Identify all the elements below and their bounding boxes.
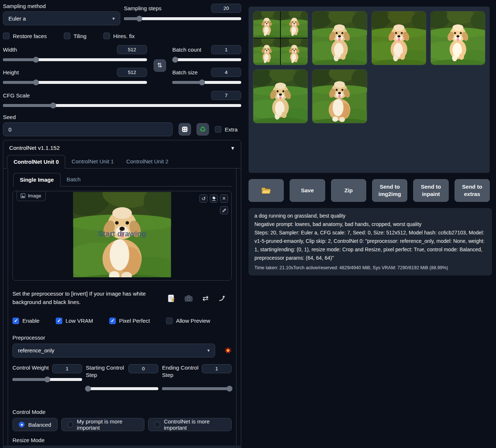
gallery-thumbnail[interactable] (253, 69, 308, 123)
control-weight-slider[interactable] (12, 376, 82, 383)
ending-control-step-slider[interactable] (162, 385, 232, 392)
control-mode-balanced[interactable]: Balanced (12, 418, 58, 431)
cfg-slider[interactable] (3, 102, 241, 109)
controlnet-reference-image[interactable]: Start drawing (73, 192, 171, 277)
clear-image-icon[interactable] (220, 195, 228, 203)
radio-icon[interactable] (154, 422, 160, 427)
tab-controlnet-unit-0[interactable]: ControlNet Unit 0 (7, 155, 65, 169)
ending-control-step-input[interactable]: 1 (202, 364, 232, 373)
zip-button[interactable]: Zip (331, 179, 366, 202)
enable-label: Enable (22, 318, 40, 324)
eraser-icon[interactable] (210, 195, 218, 203)
hires-fix-box[interactable] (103, 33, 110, 39)
tab-controlnet-unit-1[interactable]: ControlNet Unit 1 (65, 155, 120, 168)
restore-faces-checkbox[interactable]: Restore faces (3, 33, 47, 39)
enable-checkbox[interactable]: Enable (12, 318, 40, 324)
batch-count-slider[interactable] (172, 56, 241, 63)
webcam-icon[interactable] (185, 295, 192, 301)
gallery-thumbnail-grid[interactable] (253, 11, 308, 65)
sd-webui-txt2img-page: { "colors": { "page_bg": "#0b0f19", "acc… (0, 0, 496, 448)
starting-control-step-input[interactable]: 0 (128, 364, 158, 373)
preprocessor-value: reference_only (18, 347, 54, 353)
cfg-input[interactable]: 7 (211, 91, 241, 100)
height-slider[interactable] (3, 79, 147, 86)
control-weight-input[interactable]: 1 (52, 364, 82, 373)
cfg-label: CFG Scale (3, 92, 30, 99)
starting-control-step-slider[interactable] (86, 385, 158, 392)
brush-icon[interactable] (220, 206, 228, 214)
pixel-perfect-checkbox[interactable]: Pixel Perfect (109, 318, 150, 324)
control-mode-prompt-label: My prompt is more important (77, 418, 138, 431)
send-dimensions-icon[interactable] (218, 295, 226, 301)
allow-preview-box[interactable] (166, 318, 173, 324)
sampling-steps-input[interactable]: 20 (211, 4, 241, 13)
sampling-steps-slider[interactable] (124, 15, 241, 22)
swap-width-height-button[interactable] (154, 59, 166, 72)
low-vram-checkbox[interactable]: Low VRAM (56, 318, 93, 324)
gallery-thumbnail[interactable] (312, 69, 367, 123)
width-slider[interactable] (3, 56, 147, 63)
batch-size-slider[interactable] (172, 79, 241, 86)
send-to-img2img-button[interactable]: Send to img2img (372, 179, 407, 202)
image-icon (21, 193, 25, 198)
pixel-perfect-label: Pixel Perfect (119, 318, 150, 324)
sampling-method-label: Sampling method (3, 3, 120, 9)
tab-controlnet-unit-2[interactable]: ControlNet Unit 2 (120, 155, 174, 168)
controlnet-unit-tabs: ControlNet Unit 0 ControlNet Unit 1 Cont… (3, 155, 241, 169)
enable-box[interactable] (12, 318, 19, 324)
control-mode-controlnet-label: ControlNet is more important (164, 418, 225, 431)
tab-batch[interactable]: Batch (60, 173, 87, 186)
controlnet-image-canvas[interactable]: Image (12, 191, 232, 281)
gallery-thumbnail[interactable] (430, 11, 485, 65)
control-mode-prompt-important[interactable]: My prompt is more important (61, 418, 144, 431)
batch-count-label: Batch count (172, 47, 201, 53)
undo-icon[interactable] (199, 195, 207, 203)
sampling-method-select[interactable]: Euler a ▾ (3, 11, 120, 25)
tiling-checkbox[interactable]: Tiling (64, 33, 87, 39)
allow-preview-label: Allow Preview (176, 318, 210, 324)
pixel-perfect-box[interactable] (109, 318, 116, 324)
control-mode-group: Control Mode Balanced My prompt is more … (12, 409, 232, 431)
random-seed-button[interactable] (179, 123, 191, 136)
restore-faces-box[interactable] (3, 33, 10, 39)
tiling-box[interactable] (64, 33, 70, 39)
tab-single-image[interactable]: Single Image (13, 173, 60, 186)
controlnet-accordion-header[interactable]: ControlNet v1.1.152 ▼ (3, 140, 241, 155)
open-folder-button[interactable] (249, 179, 284, 202)
control-mode-controlnet-important[interactable]: ControlNet is more important (148, 418, 232, 431)
save-button[interactable]: Save (290, 179, 325, 202)
batch-size-input[interactable]: 4 (211, 68, 241, 77)
accordion-collapse-icon[interactable]: ▼ (230, 145, 235, 151)
sampling-method-value: Euler a (8, 15, 26, 22)
gallery-thumbnail[interactable] (371, 11, 426, 65)
gallery-thumbnail[interactable] (312, 11, 367, 65)
hires-fix-checkbox[interactable]: Hires. fix (103, 33, 135, 39)
output-column: Save Zip Send to img2img Send to inpaint… (249, 0, 491, 275)
batch-count-input[interactable]: 1 (211, 45, 241, 54)
mirror-webcam-icon[interactable] (202, 294, 209, 303)
extra-seed-label: Extra (225, 126, 238, 133)
vram-info-text: Torch active/reserved: 4829/4940 MiB, Sy… (293, 265, 448, 270)
width-input[interactable]: 512 (117, 45, 147, 54)
controlnet-accordion: ControlNet v1.1.152 ▼ ControlNet Unit 0 … (3, 140, 241, 448)
height-input[interactable]: 512 (117, 68, 147, 77)
seed-label: Seed (3, 114, 241, 120)
preprocessor-select[interactable]: reference_only ▾ (12, 344, 215, 358)
seed-input[interactable]: 0 (3, 122, 173, 136)
allow-preview-checkbox[interactable]: Allow Preview (166, 318, 210, 324)
low-vram-box[interactable] (56, 318, 62, 324)
dice-icon (181, 126, 188, 133)
radio-icon[interactable] (67, 422, 73, 427)
new-canvas-icon[interactable] (168, 295, 175, 302)
image-badge-label: Image (28, 193, 41, 199)
control-weight-field: Control Weight 1 (12, 364, 82, 392)
reuse-seed-button[interactable] (196, 123, 209, 136)
extra-seed-box[interactable] (215, 126, 221, 133)
run-preprocessor-icon[interactable] (224, 347, 232, 354)
extra-seed-checkbox[interactable]: Extra (215, 126, 238, 133)
tiling-label: Tiling (74, 33, 87, 39)
radio-selected-icon[interactable] (19, 422, 25, 427)
send-to-inpaint-button[interactable]: Send to inpaint (413, 179, 448, 202)
send-to-extras-button[interactable]: Send to extras (455, 179, 490, 202)
time-vram-status: Time taken: 21.10sTorch active/reserved:… (254, 265, 486, 270)
